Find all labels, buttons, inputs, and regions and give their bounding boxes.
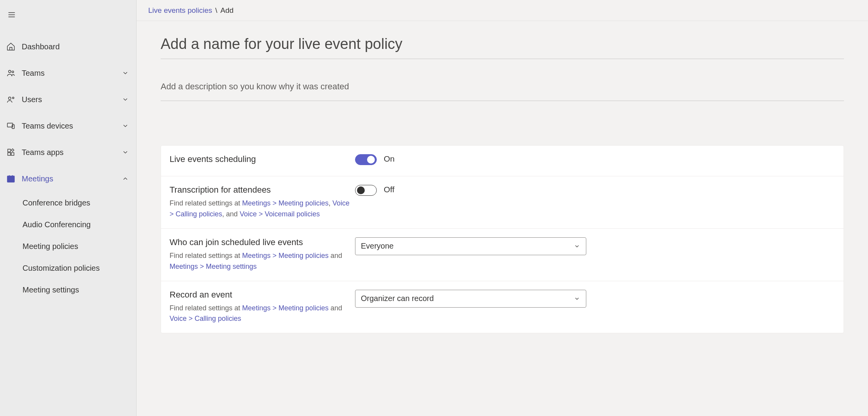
- sidebar-sub-meeting-settings[interactable]: Meeting settings: [0, 279, 136, 301]
- toggle-label-scheduling: On: [384, 154, 395, 164]
- sidebar-label-apps: Teams apps: [22, 148, 121, 157]
- chevron-down-icon: [121, 122, 129, 130]
- users-icon: [5, 94, 16, 105]
- content: Live events scheduling On Transcription …: [137, 21, 868, 333]
- sub-label: Customization policies: [23, 264, 100, 273]
- link-calling-policies[interactable]: Voice > Calling policies: [170, 315, 241, 322]
- main: Live events policies \ Add Live events s…: [137, 0, 868, 416]
- sidebar-sub-customization-policies[interactable]: Customization policies: [0, 257, 136, 279]
- settings-card: Live events scheduling On Transcription …: [161, 145, 844, 333]
- link-meeting-policies[interactable]: Meetings > Meeting policies: [242, 304, 329, 312]
- calendar-icon: [5, 173, 16, 184]
- link-meeting-settings[interactable]: Meetings > Meeting settings: [170, 263, 257, 270]
- sidebar-item-devices[interactable]: Teams devices: [0, 113, 136, 139]
- sidebar-label-dashboard: Dashboard: [22, 42, 129, 51]
- hamburger-menu-button[interactable]: [4, 7, 19, 23]
- svg-point-5: [9, 97, 11, 99]
- dropdown-who-can-join[interactable]: Everyone: [355, 237, 586, 255]
- svg-rect-9: [8, 149, 10, 152]
- sub-label: Meeting settings: [23, 285, 79, 294]
- dropdown-value: Organizer can record: [361, 294, 434, 303]
- link-voicemail-policies[interactable]: Voice > Voicemail policies: [240, 210, 320, 218]
- svg-point-3: [9, 70, 11, 73]
- chevron-down-icon: [121, 69, 129, 77]
- svg-rect-12: [7, 176, 14, 182]
- sidebar-item-meetings[interactable]: Meetings: [0, 165, 136, 192]
- help-prefix: Find related settings at: [170, 304, 242, 312]
- row-help-transcription: Find related settings at Meetings > Meet…: [170, 198, 355, 220]
- svg-point-4: [12, 71, 14, 73]
- sidebar-label-teams: Teams: [22, 69, 121, 78]
- row-who-can-join: Who can join scheduled live events Find …: [161, 228, 844, 281]
- sidebar-item-users[interactable]: Users: [0, 86, 136, 113]
- row-help-who-can-join: Find related settings at Meetings > Meet…: [170, 251, 355, 272]
- sidebar-item-teams[interactable]: Teams: [0, 60, 136, 86]
- link-meeting-policies[interactable]: Meetings > Meeting policies: [242, 199, 329, 207]
- dropdown-value: Everyone: [361, 242, 394, 251]
- policy-description-input[interactable]: [161, 79, 844, 101]
- breadcrumb: Live events policies \ Add: [137, 0, 868, 21]
- sidebar-sub-audio-conferencing[interactable]: Audio Conferencing: [0, 214, 136, 235]
- row-live-events-scheduling: Live events scheduling On: [161, 146, 844, 176]
- sidebar-sub-conference-bridges[interactable]: Conference bridges: [0, 192, 136, 214]
- toggle-live-events-scheduling[interactable]: [355, 154, 377, 165]
- sidebar-label-users: Users: [22, 95, 121, 104]
- toggle-knob: [367, 156, 375, 164]
- svg-rect-8: [12, 125, 14, 129]
- home-icon: [5, 41, 16, 52]
- row-record-event: Record an event Find related settings at…: [161, 281, 844, 333]
- toggle-transcription[interactable]: [355, 185, 377, 196]
- chevron-down-icon: [573, 243, 580, 250]
- sidebar-nav: Dashboard Teams Users Teams device: [0, 33, 136, 301]
- row-title-scheduling: Live events scheduling: [170, 154, 355, 164]
- sidebar: Dashboard Teams Users Teams device: [0, 0, 137, 416]
- dropdown-record-event[interactable]: Organizer can record: [355, 290, 586, 308]
- apps-icon: [5, 147, 16, 158]
- breadcrumb-parent-link[interactable]: Live events policies: [148, 6, 212, 15]
- hamburger-icon: [7, 10, 16, 19]
- help-sep: , and: [222, 210, 240, 218]
- sub-label: Conference bridges: [23, 198, 90, 207]
- sub-label: Audio Conferencing: [23, 220, 91, 229]
- sidebar-item-apps[interactable]: Teams apps: [0, 139, 136, 165]
- link-meeting-policies[interactable]: Meetings > Meeting policies: [242, 252, 329, 259]
- sidebar-label-meetings: Meetings: [22, 174, 121, 183]
- devices-icon: [5, 120, 16, 131]
- row-transcription: Transcription for attendees Find related…: [161, 176, 844, 228]
- row-title-record: Record an event: [170, 290, 355, 300]
- chevron-up-icon: [121, 175, 129, 183]
- toggle-label-transcription: Off: [384, 185, 395, 194]
- row-help-record: Find related settings at Meetings > Meet…: [170, 303, 355, 325]
- help-prefix: Find related settings at: [170, 252, 242, 259]
- svg-rect-10: [11, 153, 14, 155]
- chevron-down-icon: [573, 295, 580, 302]
- help-sep: and: [329, 304, 342, 312]
- help-sep: and: [329, 252, 342, 259]
- sidebar-label-devices: Teams devices: [22, 122, 121, 131]
- chevron-down-icon: [121, 96, 129, 103]
- policy-name-input[interactable]: [161, 33, 844, 59]
- toggle-knob: [357, 186, 365, 194]
- chevron-down-icon: [121, 148, 129, 156]
- breadcrumb-current: Add: [220, 6, 234, 15]
- sidebar-sub-meeting-policies[interactable]: Meeting policies: [0, 235, 136, 257]
- breadcrumb-separator: \: [215, 6, 217, 15]
- row-title-transcription: Transcription for attendees: [170, 185, 355, 195]
- sidebar-item-dashboard[interactable]: Dashboard: [0, 33, 136, 60]
- help-sep: ,: [329, 199, 333, 207]
- help-prefix: Find related settings at: [170, 199, 242, 207]
- sub-label: Meeting policies: [23, 242, 78, 251]
- svg-rect-11: [8, 153, 10, 155]
- row-title-who-can-join: Who can join scheduled live events: [170, 237, 355, 247]
- teams-icon: [5, 68, 16, 78]
- svg-point-6: [12, 97, 14, 99]
